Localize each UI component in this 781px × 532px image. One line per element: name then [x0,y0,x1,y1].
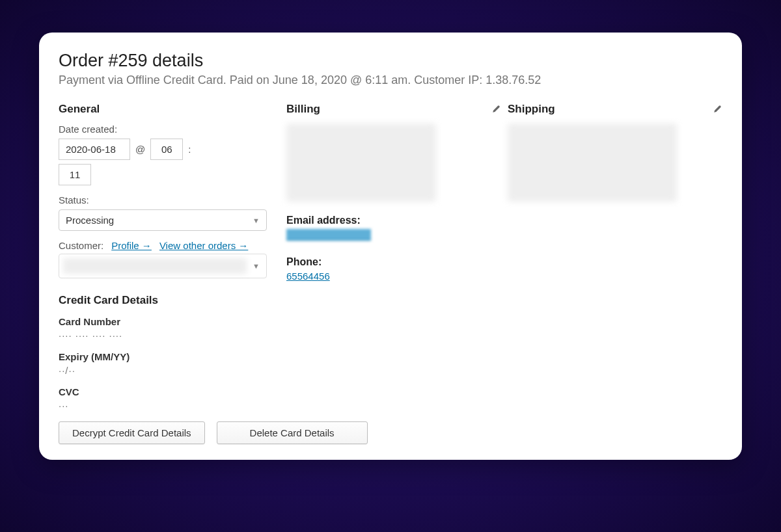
expiry-value: ··/·· [59,365,722,376]
cc-title: Credit Card Details [59,294,722,307]
credit-card-section: Credit Card Details Card Number ···· ···… [59,294,722,444]
status-select[interactable]: Processing ▼ [59,209,267,231]
cvc-label: CVC [59,386,722,397]
decrypt-button[interactable]: Decrypt Credit Card Details [59,421,205,444]
billing-section: Billing Email address: Phone: 65564456 [286,103,501,282]
phone-label: Phone: [286,256,501,268]
shipping-address-redacted [508,124,677,202]
order-details-card: Order #259 details Payment via Offline C… [39,33,742,460]
colon-symbol: : [188,144,191,155]
billing-address-redacted [286,124,436,202]
page-title: Order #259 details [59,51,722,71]
card-number-value: ···· ···· ···· ···· [59,330,722,341]
page-subtitle: Payment via Offline Credit Card. Paid on… [59,73,722,87]
date-created-input[interactable] [59,139,130,160]
profile-link[interactable]: Profile → [111,240,152,251]
shipping-section: Shipping [508,103,722,282]
customer-label: Customer: [59,240,103,251]
card-number-label: Card Number [59,316,722,327]
email-link[interactable] [286,232,371,243]
billing-title: Billing [286,103,320,116]
edit-shipping-icon[interactable] [712,104,722,114]
general-section: General Date created: @ : Status: Proces… [59,103,280,282]
edit-billing-icon[interactable] [491,104,501,114]
view-other-orders-link[interactable]: View other orders → [159,240,248,251]
date-created-label: Date created: [59,124,280,135]
chevron-down-icon: ▼ [253,217,260,224]
delete-card-button[interactable]: Delete Card Details [217,421,368,444]
email-value-redacted [286,229,371,241]
customer-select[interactable]: ▼ [59,254,267,278]
shipping-title: Shipping [508,103,555,116]
chevron-down-icon: ▼ [253,262,260,270]
cvc-value: ··· [59,400,722,411]
expiry-label: Expiry (MM/YY) [59,351,722,362]
status-label: Status: [59,194,280,206]
minute-input[interactable] [59,164,91,185]
general-title: General [59,103,100,116]
email-label: Email address: [286,215,501,226]
hour-input[interactable] [150,139,183,160]
at-symbol: @ [135,144,145,155]
status-value: Processing [66,215,114,226]
phone-link[interactable]: 65564456 [286,271,330,282]
